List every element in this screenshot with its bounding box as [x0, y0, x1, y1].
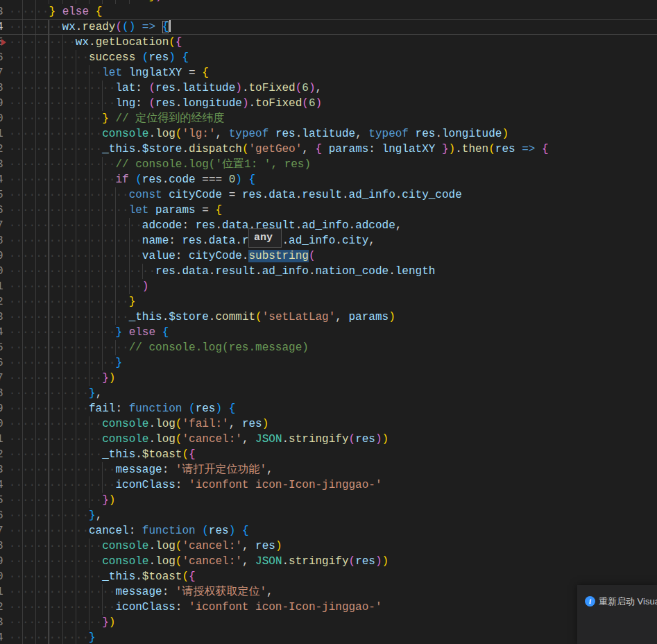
- code-line[interactable]: 2················iconClass: 'iconfont ic…: [0, 600, 657, 615]
- line-number[interactable]: 8: [0, 539, 3, 554]
- code-line[interactable]: 5··················const cityCode = res.…: [0, 187, 657, 203]
- code-token: .: [335, 235, 342, 247]
- indent-whitespace: ············: [9, 525, 89, 537]
- line-number[interactable]: 7: [0, 65, 3, 80]
- code-line[interactable]: 4················if (res.code === 0) {: [0, 172, 657, 187]
- code-line[interactable]: 2··············_this.$store.dispatch('ge…: [0, 142, 657, 157]
- line-number[interactable]: 2: [0, 600, 3, 615]
- line-number[interactable]: 9: [0, 248, 3, 264]
- line-number[interactable]: 3: [0, 462, 3, 477]
- line-number[interactable]: 7: [0, 218, 3, 233]
- code-line[interactable]: 7··············let lnglatXY = {: [0, 65, 657, 80]
- line-number[interactable]: 0: [0, 569, 3, 584]
- line-number[interactable]: 6: [0, 50, 3, 65]
- line-number[interactable]: 0: [0, 111, 3, 126]
- code-line[interactable]: 1················message: '请授权获取定位',: [0, 584, 657, 600]
- code-line[interactable]: 7··············}): [0, 371, 657, 386]
- line-number[interactable]: 3: [0, 157, 3, 172]
- line-number[interactable]: 3: [0, 615, 3, 630]
- line-number[interactable]: 9: [0, 96, 3, 111]
- line-number[interactable]: 8: [0, 233, 3, 248]
- code-token: res: [416, 128, 436, 140]
- code-line[interactable]: 3··················_this.$store.commit('…: [0, 310, 657, 325]
- code-line[interactable]: 5··········wx.getLocation({: [0, 35, 657, 50]
- code-line[interactable]: 3················// console.log('位置1: ',…: [0, 157, 657, 172]
- code-token: longitude: [182, 97, 241, 110]
- code-line[interactable]: 5··············}): [0, 493, 657, 508]
- code-token: ,: [96, 387, 103, 400]
- code-token: (: [202, 525, 209, 537]
- line-number[interactable]: 2: [0, 447, 3, 462]
- code-line[interactable]: 0··············console.log('fail:', res): [0, 416, 657, 432]
- code-line[interactable]: 9··············console.log('cancel:', JS…: [0, 554, 657, 569]
- code-line[interactable]: 3··············}): [0, 615, 657, 630]
- line-number[interactable]: 8: [0, 386, 3, 401]
- line-number[interactable]: 1: [0, 584, 3, 600]
- code-line[interactable]: 3······} else {: [0, 4, 657, 19]
- line-number[interactable]: 2: [0, 294, 3, 310]
- line-number[interactable]: 6: [0, 203, 3, 218]
- line-number[interactable]: 0: [0, 416, 3, 432]
- code-line[interactable]: 0······················res.data.result.a…: [0, 264, 657, 279]
- code-line[interactable]: 4········wx.ready(() => {: [0, 19, 657, 35]
- line-number[interactable]: 9: [0, 401, 3, 416]
- code-line[interactable]: 7····················adcode: res.data.re…: [0, 218, 657, 233]
- line-number[interactable]: 9: [0, 554, 3, 569]
- code-line[interactable]: 5··················// console.log(res.me…: [0, 340, 657, 355]
- code-line[interactable]: 8············},: [0, 386, 657, 401]
- code-token: [135, 21, 142, 33]
- code-line[interactable]: 7············cancel: function (res) {: [0, 523, 657, 539]
- code-line[interactable]: 9····················value: cityCode.sub…: [0, 248, 657, 264]
- line-number[interactable]: 4: [0, 630, 3, 644]
- code-token: ): [235, 173, 242, 186]
- line-number[interactable]: 5: [0, 493, 3, 508]
- line-number[interactable]: 5: [0, 187, 3, 203]
- code-line[interactable]: 8····················name: res.data.resu…: [0, 233, 657, 248]
- line-number[interactable]: 4: [0, 172, 3, 187]
- code-line[interactable]: 6············},: [0, 508, 657, 523]
- code-line[interactable]: 4················iconClass: 'iconfont ic…: [0, 477, 657, 493]
- line-number[interactable]: 3: [0, 310, 3, 325]
- code-area[interactable]: ·····················})3······} else {4·…: [0, 0, 657, 644]
- code-line[interactable]: 2··············_this.$toast({: [0, 447, 657, 462]
- code-token: message: [115, 464, 162, 476]
- code-line[interactable]: 0··············} // 定位得到的经纬度: [0, 111, 657, 126]
- code-line[interactable]: 4················} else {: [0, 325, 657, 340]
- code-line[interactable]: 0··············_this.$toast({: [0, 569, 657, 584]
- line-number[interactable]: 0: [0, 264, 3, 279]
- code-token: params: [155, 204, 196, 217]
- code-token: _this: [129, 311, 162, 323]
- line-number[interactable]: 6: [0, 508, 3, 523]
- code-line[interactable]: 1····················): [0, 279, 657, 294]
- code-line[interactable]: 6················}: [0, 355, 657, 371]
- code-line[interactable]: 8················lat: (res.latitude).toF…: [0, 80, 657, 96]
- code-line[interactable]: 4············}: [0, 630, 657, 644]
- line-number[interactable]: 3: [0, 4, 3, 19]
- line-number[interactable]: 6: [0, 355, 3, 371]
- line-number[interactable]: 8: [0, 80, 3, 96]
- line-number[interactable]: 1: [0, 279, 3, 294]
- code-line[interactable]: 2··················}: [0, 294, 657, 310]
- line-number[interactable]: 1: [0, 126, 3, 142]
- code-line[interactable]: 8··············console.log('cancel:', re…: [0, 539, 657, 554]
- code-line[interactable]: 1··············console.log('cancel:', JS…: [0, 432, 657, 447]
- code-token: }: [148, 0, 155, 3]
- line-number[interactable]: 4: [0, 477, 3, 493]
- code-line[interactable]: 1··············console.log('lg:', typeof…: [0, 126, 657, 142]
- line-number[interactable]: 5: [0, 340, 3, 355]
- line-number[interactable]: 4: [0, 19, 3, 35]
- code-token: [162, 189, 169, 201]
- code-line[interactable]: 9················lng: (res.longitude).to…: [0, 96, 657, 111]
- breakpoint-marker-icon[interactable]: [1, 39, 6, 46]
- notification-toast[interactable]: i 重新启动 Visua: [577, 585, 657, 644]
- line-number[interactable]: 7: [0, 371, 3, 386]
- line-number[interactable]: 7: [0, 523, 3, 539]
- code-line[interactable]: 9············fail: function (res) {: [0, 401, 657, 416]
- indent-whitespace: ··············: [9, 448, 102, 461]
- code-line[interactable]: 3················message: '请打开定位功能',: [0, 462, 657, 477]
- line-number[interactable]: 1: [0, 432, 3, 447]
- line-number[interactable]: 4: [0, 325, 3, 340]
- code-line[interactable]: 6··················let params = {: [0, 203, 657, 218]
- line-number[interactable]: 2: [0, 142, 3, 157]
- code-line[interactable]: 6············success (res) {: [0, 50, 657, 65]
